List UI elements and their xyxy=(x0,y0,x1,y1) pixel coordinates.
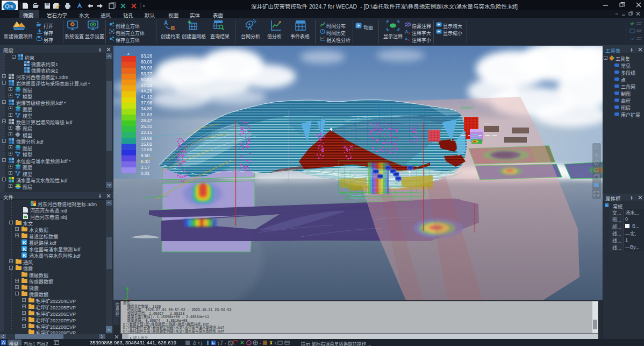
svg-text:A: A xyxy=(405,37,408,41)
svg-text:9.50: 9.50 xyxy=(141,153,150,158)
svg-text:3.17: 3.17 xyxy=(141,165,150,170)
svg-text:K: K xyxy=(23,246,27,252)
svg-text:28.47: 28.47 xyxy=(141,118,153,123)
svg-text:41.12: 41.12 xyxy=(141,94,153,100)
svg-text:B: B xyxy=(171,25,175,31)
svg-text:47.44: 47.44 xyxy=(141,83,153,88)
svg-text:t.]: t.] xyxy=(198,341,202,345)
svg-text:53.77: 53.77 xyxy=(141,71,153,76)
svg-text:44.28: 44.28 xyxy=(141,88,153,94)
svg-text:12.66: 12.66 xyxy=(141,147,153,152)
svg-text:50.61: 50.61 xyxy=(141,77,153,82)
svg-text:z: z xyxy=(127,51,130,56)
svg-text:6.33: 6.33 xyxy=(141,159,150,164)
svg-text:A: A xyxy=(164,20,168,26)
svg-text:15.82: 15.82 xyxy=(141,142,153,147)
svg-text:60.09: 60.09 xyxy=(141,59,153,65)
svg-text:L: L xyxy=(275,341,277,345)
svg-text:K: K xyxy=(23,240,27,245)
svg-text:63.26: 63.26 xyxy=(141,53,153,59)
svg-text:K: K xyxy=(23,253,27,258)
svg-text:-: - xyxy=(260,341,261,345)
svg-text:56.93: 56.93 xyxy=(141,65,153,70)
svg-text:22.15: 22.15 xyxy=(141,130,153,135)
svg-text:34.80: 34.80 xyxy=(141,106,153,111)
svg-text:31.63: 31.63 xyxy=(141,112,153,117)
svg-text:18.98: 18.98 xyxy=(141,136,153,141)
svg-text:0.01: 0.01 xyxy=(141,171,150,176)
svg-text:A: A xyxy=(405,29,409,34)
svg-text:37.96: 37.96 xyxy=(141,100,153,105)
svg-text:25.31: 25.31 xyxy=(141,124,153,129)
svg-text:(子 -: (子 - xyxy=(218,341,226,345)
